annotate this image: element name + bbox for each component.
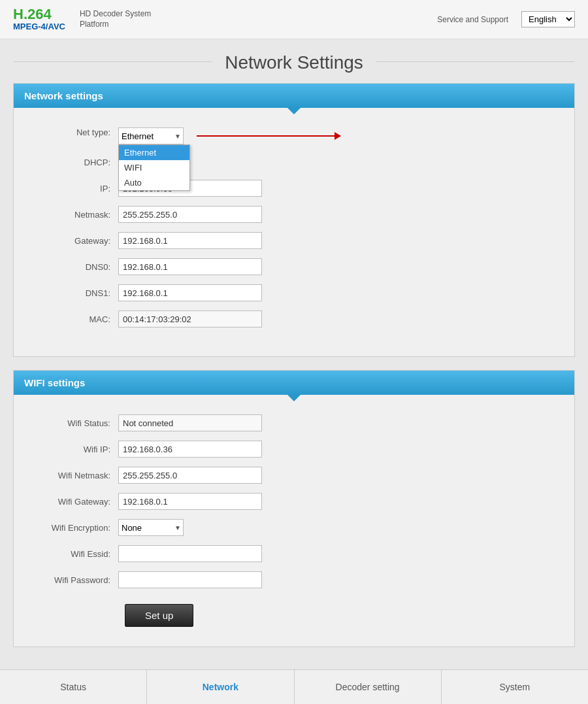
wifi-encryption-label: Wifi Encryption: [33,523,118,533]
wifi-essid-label: Wifi Essid: [33,549,118,559]
nav-item-system[interactable]: System [442,670,588,694]
wifi-gateway-row: Wifi Gateway: [33,493,555,510]
wifi-settings-body: Wifi Status: Wifi IP: Wifi Netmask: Wifi… [14,401,574,646]
net-type-select[interactable]: Ethernet WIFI Auto [118,127,184,144]
wifi-netmask-row: Wifi Netmask: [33,467,555,484]
nav-item-decoder-setting[interactable]: Decoder setting [295,670,442,694]
wifi-netmask-input[interactable] [118,467,262,484]
option-ethernet[interactable]: Ethernet [119,145,189,160]
net-type-controls: Ethernet WIFI Auto ▼ Ethernet WIFI Auto [118,127,340,144]
dns0-row: DNS0: [33,258,555,275]
wifi-status-row: Wifi Status: [33,414,555,431]
network-settings-header: Network settings [14,84,574,108]
wifi-status-label: Wifi Status: [33,418,118,428]
wifi-status-input [118,414,262,431]
netmask-input[interactable] [118,206,262,223]
net-type-popup: Ethernet WIFI Auto [118,144,190,191]
wifi-settings-header: WIFI settings [14,371,574,395]
dns1-label: DNS1: [33,288,118,298]
ip-row: IP: [33,180,555,197]
wifi-essid-input[interactable] [118,545,262,562]
gateway-label: Gateway: [33,236,118,246]
option-wifi[interactable]: WIFI [119,160,189,175]
network-settings-body: Net type: Ethernet WIFI Auto ▼ Ethernet … [14,114,574,356]
network-settings-panel: Network settings Net type: Ethernet WIFI… [13,83,575,357]
wifi-password-row: Wifi Password: [33,571,555,588]
bottom-nav: Status Network Decoder setting System [0,669,588,694]
netmask-label: Netmask: [33,210,118,220]
logo-text: H.264 MPEG-4/AVC [13,7,65,31]
nav-item-network[interactable]: Network [147,670,294,694]
wifi-gateway-input[interactable] [118,493,262,510]
gateway-row: Gateway: [33,232,555,249]
logo-h264: H.264 [13,7,65,22]
net-type-row: Net type: Ethernet WIFI Auto ▼ Ethernet … [33,127,555,144]
net-type-dropdown-wrapper: Ethernet WIFI Auto ▼ Ethernet WIFI Auto [118,127,184,144]
wifi-enc-wrapper: None WEP WPA WPA2 ▼ [118,519,184,536]
mac-input[interactable] [118,310,262,327]
red-arrow-line [197,135,340,137]
net-type-label: Net type: [33,127,118,137]
page-title-bar: Network Settings [0,39,588,83]
logo-mpeg: MPEG-4/AVC [13,22,65,31]
red-arrow-indicator [197,135,340,137]
wifi-password-label: Wifi Password: [33,575,118,585]
mac-label: MAC: [33,314,118,324]
logo-area: H.264 MPEG-4/AVC HD Decoder System Platf… [13,7,151,31]
header-right: Service and Support English Chinese [437,11,575,27]
dhcp-row: DHCP: Disable Enable ▼ [33,154,555,171]
section-indicator [287,108,301,114]
gateway-input[interactable] [118,232,262,249]
ip-label: IP: [33,184,118,193]
dns1-row: DNS1: [33,284,555,301]
dns1-input[interactable] [118,284,262,301]
mac-row: MAC: [33,310,555,327]
header: H.264 MPEG-4/AVC HD Decoder System Platf… [0,0,588,39]
nav-item-status[interactable]: Status [0,670,147,694]
setup-button[interactable]: Set up [125,604,193,627]
wifi-ip-row: Wifi IP: [33,441,555,458]
wifi-ip-input[interactable] [118,441,262,458]
wifi-essid-row: Wifi Essid: [33,545,555,562]
wifi-gateway-label: Wifi Gateway: [33,497,118,507]
wifi-section-indicator [287,395,301,401]
option-auto[interactable]: Auto [119,175,189,190]
dhcp-label: DHCP: [33,158,118,167]
language-select[interactable]: English Chinese [521,11,575,27]
dns0-label: DNS0: [33,262,118,272]
wifi-encryption-row: Wifi Encryption: None WEP WPA WPA2 ▼ [33,519,555,536]
dns0-input[interactable] [118,258,262,275]
wifi-encryption-select[interactable]: None WEP WPA WPA2 [118,519,184,536]
netmask-row: Netmask: [33,206,555,223]
wifi-ip-label: Wifi IP: [33,444,118,454]
wifi-netmask-label: Wifi Netmask: [33,471,118,480]
logo-subtitle: HD Decoder System Platform [80,8,151,31]
main-content: Network settings Net type: Ethernet WIFI… [0,83,588,673]
wifi-password-input[interactable] [118,571,262,588]
page-title: Network Settings [212,52,376,73]
service-support-label: Service and Support [437,15,508,24]
wifi-settings-panel: WIFI settings Wifi Status: Wifi IP: Wifi… [13,370,575,647]
